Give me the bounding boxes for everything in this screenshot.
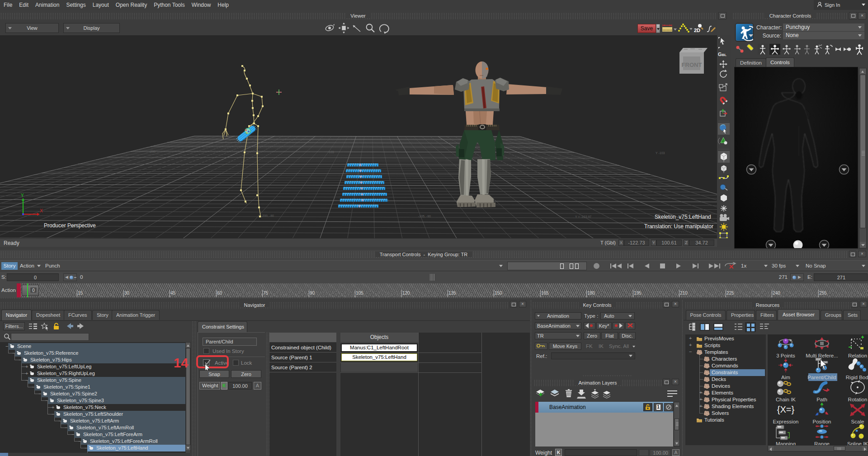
svg-text:-200, -90: -200, -90 bbox=[261, 214, 274, 217]
svg-text:Y -103: Y -103 bbox=[656, 151, 665, 155]
svg-text:-105: -105 bbox=[328, 150, 334, 154]
svg-text:-105, -90: -105, -90 bbox=[418, 215, 431, 218]
svg-text:FRONT: FRONT bbox=[682, 61, 702, 68]
svg-text:-200: -200 bbox=[149, 150, 156, 153]
svg-text:X: X bbox=[40, 208, 43, 213]
svg-text:GBL: GBL bbox=[718, 52, 726, 57]
svg-text:Y: Y bbox=[21, 193, 24, 198]
svg-text:Y = -103.97: Y = -103.97 bbox=[575, 215, 591, 218]
svg-text:2D: 2D bbox=[694, 28, 700, 33]
svg-text:{X=}: {X=} bbox=[777, 404, 795, 414]
